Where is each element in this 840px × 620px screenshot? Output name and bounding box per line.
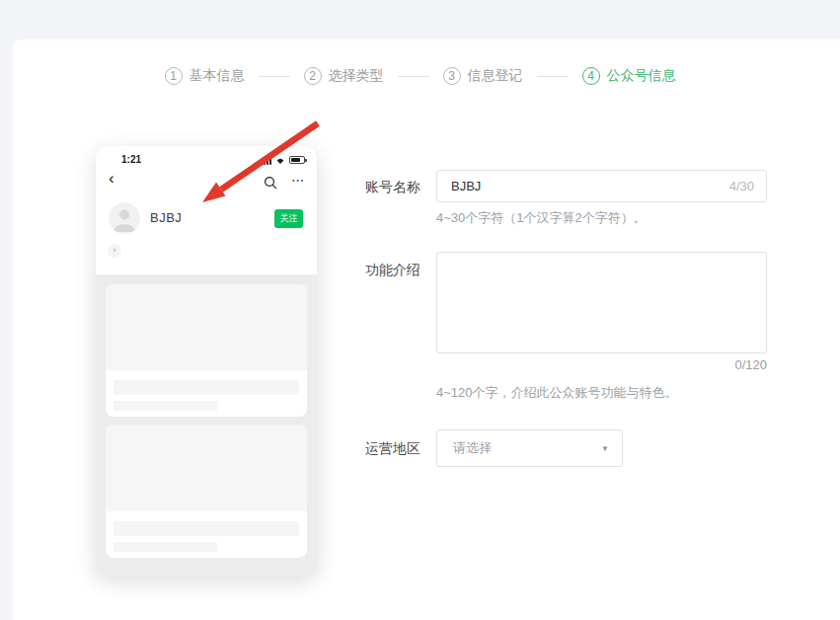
step-number: 2 (304, 67, 322, 85)
battery-icon (289, 156, 305, 164)
description-textarea[interactable] (436, 252, 767, 353)
avatar (109, 202, 140, 234)
article-card-placeholder (106, 425, 307, 558)
step-label: 基本信息 (190, 67, 245, 85)
article-subtitle-placeholder (114, 542, 217, 552)
account-name-counter: 4/30 (729, 179, 766, 194)
article-image-placeholder (106, 284, 307, 370)
account-name-label: 账号名称 (365, 179, 420, 196)
account-name-preview: BJBJ (150, 210, 182, 225)
article-card-placeholder (106, 284, 307, 417)
region-select-placeholder: 请选择 (437, 439, 601, 457)
description-counter: 0/120 (436, 357, 767, 372)
description-helper: 4~120个字，介绍此公众账号功能与特色。 (436, 384, 678, 402)
status-bar-time: 1:21 (121, 154, 141, 165)
account-name-helper: 4~30个字符（1个汉字算2个字符）。 (436, 209, 647, 227)
more-options-icon: ⋯ (291, 173, 305, 188)
article-title-placeholder (114, 521, 299, 536)
step-info-registration[interactable]: 3 信息登记 (443, 67, 523, 85)
step-basic-info[interactable]: 1 基本信息 (165, 67, 245, 85)
wifi-icon (274, 155, 286, 165)
person-icon (109, 202, 140, 234)
search-icon (264, 176, 277, 190)
description-label: 功能介绍 (365, 262, 420, 279)
account-name-input[interactable]: BJBJ 4/30 (436, 170, 767, 202)
registration-stepper: 1 基本信息 2 选择类型 3 信息登记 4 公众号信息 (0, 67, 840, 85)
status-bar-icons (261, 155, 305, 165)
region-select[interactable]: 请选择 ▼ (436, 429, 623, 467)
step-label: 信息登记 (468, 67, 523, 85)
step-number: 3 (443, 67, 461, 85)
article-image-placeholder (106, 425, 307, 511)
article-subtitle-placeholder (114, 401, 217, 411)
region-label: 运营地区 (365, 440, 420, 458)
account-name-value: BJBJ (437, 179, 729, 194)
step-connector (259, 76, 290, 77)
step-number: 1 (165, 67, 183, 85)
step-connector (537, 76, 569, 77)
cellular-signal-icon (261, 155, 271, 165)
follow-button: 关注 (274, 209, 303, 228)
back-icon: ‹ (109, 170, 115, 188)
article-title-placeholder (114, 380, 299, 395)
step-account-info-active[interactable]: 4 公众号信息 (582, 67, 676, 85)
step-number: 4 (582, 67, 600, 85)
phone-preview: 1:21 ‹ ⋯ BJBJ 关注 › (96, 146, 317, 576)
dropdown-caret-icon: ▼ (601, 444, 622, 453)
step-label: 选择类型 (329, 67, 384, 85)
phone-header: 1:21 ‹ ⋯ BJBJ 关注 › (96, 146, 317, 274)
step-label: 公众号信息 (607, 67, 676, 85)
chevron-right-icon: › (108, 244, 121, 258)
step-choose-type[interactable]: 2 选择类型 (304, 67, 384, 85)
step-connector (398, 76, 429, 77)
